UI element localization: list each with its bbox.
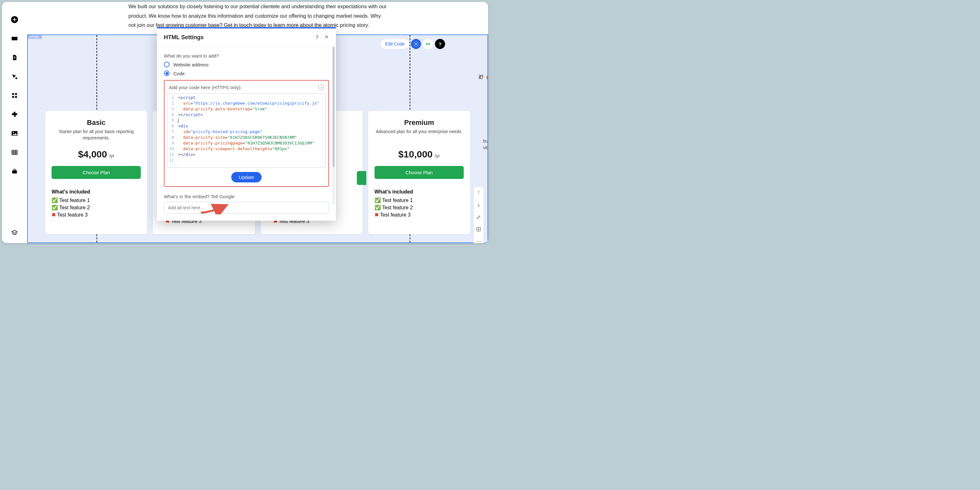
occluded-heading-fragment: it! 🔥: [479, 73, 488, 81]
seo-label: What's in the embed? Tell Google: [164, 194, 329, 199]
svg-point-2: [16, 78, 18, 79]
layout-icon[interactable]: [474, 223, 484, 235]
svg-rect-4: [15, 93, 17, 95]
page-icon[interactable]: [11, 54, 18, 61]
plan-price: $4,000: [78, 149, 107, 159]
svg-rect-3: [12, 93, 14, 95]
alt-text-input[interactable]: [164, 202, 329, 214]
plan-card: Premium Advanced plan for all your enter…: [368, 111, 470, 234]
edit-icon[interactable]: [474, 211, 484, 223]
check-icon: ✅: [52, 198, 58, 203]
plan-desc: Advanced plan for all your enterprise ne…: [375, 128, 464, 141]
feature-label: Test feature 1: [382, 198, 413, 203]
block-toolbar: Edit Code ?: [381, 39, 445, 49]
feature-label: Test feature 2: [59, 205, 90, 210]
section-icon[interactable]: [11, 35, 18, 42]
more-icon[interactable]: ⋯: [474, 235, 484, 243]
table-icon[interactable]: [11, 149, 18, 156]
svg-rect-5: [12, 96, 14, 98]
svg-rect-1: [12, 37, 18, 40]
plan-name: Basic: [52, 119, 141, 127]
apps-icon[interactable]: [11, 92, 18, 99]
svg-rect-9: [12, 150, 18, 154]
svg-rect-10: [12, 170, 17, 174]
svg-point-11: [415, 43, 417, 45]
plan-desc: Starter plan for all your basic reportin…: [52, 128, 141, 141]
feature-label: Test feature 2: [382, 205, 413, 210]
media-icon[interactable]: [11, 130, 18, 137]
help-button[interactable]: ?: [435, 39, 445, 49]
svg-rect-6: [15, 96, 17, 98]
stretch-button[interactable]: [423, 39, 433, 49]
help-icon[interactable]: ?: [316, 35, 318, 41]
modal-scrollbar[interactable]: [332, 47, 335, 205]
arrow-annotation: [200, 202, 229, 214]
plan-name: Premium: [375, 119, 464, 127]
code-gutter: 123456789101112: [167, 94, 176, 167]
question-label: What do you want to add?: [164, 53, 329, 59]
included-title: What's included: [375, 189, 464, 195]
add-icon[interactable]: [11, 16, 18, 24]
included-title: What's included: [52, 189, 141, 195]
code-lines[interactable]: <script src="https://js.chargebee.com/at…: [176, 94, 321, 167]
editor-left-rail: [2, 2, 27, 243]
cross-icon: ✖: [52, 212, 56, 217]
canvas-helper-column: ⋯: [474, 187, 484, 243]
radio-label: Website address: [173, 62, 208, 67]
modal-body: What do you want to add? Website address…: [157, 47, 336, 220]
plan-price: $10,000: [398, 149, 433, 159]
layers-icon[interactable]: [11, 229, 18, 237]
settings-button[interactable]: [411, 39, 421, 49]
cross-icon: ✖: [375, 212, 379, 217]
radio-code[interactable]: Code: [164, 70, 329, 76]
business-icon[interactable]: [11, 168, 18, 175]
code-editor[interactable]: 123456789101112 <script src="https://js.…: [167, 93, 326, 168]
update-button[interactable]: Update: [231, 172, 262, 182]
edit-code-button[interactable]: Edit Code: [381, 39, 409, 49]
check-icon: ✅: [375, 198, 381, 203]
move-up-icon[interactable]: [474, 187, 484, 199]
feature-label: Test feature 3: [380, 212, 410, 217]
choose-plan-button[interactable]: Choose Plan: [375, 166, 464, 179]
modal-header: HTML Settings ?: [157, 29, 336, 47]
check-icon: ✅: [52, 205, 58, 210]
occluded-desc-fragment: but vith: [483, 138, 488, 151]
code-label: Add your code here (HTTPS only):: [169, 85, 242, 90]
plan-period: /yr: [109, 153, 115, 159]
info-icon[interactable]: i: [318, 84, 324, 90]
radio-website-address[interactable]: Website address: [164, 62, 329, 67]
code-section-highlight: Add your code here (HTTPS only): i 12345…: [164, 80, 329, 187]
svg-point-8: [13, 132, 14, 133]
editor-window: We built our solutions by closely listen…: [2, 2, 488, 243]
feature-label: Test feature 3: [57, 212, 88, 217]
block-type-tag: HTML: [27, 35, 42, 39]
html-settings-modal: HTML Settings ? What do you want to add?…: [157, 27, 336, 220]
addons-icon[interactable]: [11, 111, 18, 118]
plan-period: /yr: [434, 153, 440, 159]
move-down-icon[interactable]: [474, 199, 484, 211]
modal-title: HTML Settings: [164, 34, 204, 41]
close-icon[interactable]: [324, 35, 329, 41]
choose-plan-button[interactable]: Choose Plan: [52, 166, 141, 179]
feature-label: Test feature 1: [59, 198, 90, 203]
check-icon: ✅: [375, 205, 381, 210]
plan-card: Basic Starter plan for all your basic re…: [45, 111, 147, 234]
design-icon[interactable]: [11, 73, 18, 80]
radio-label: Code: [173, 71, 185, 76]
